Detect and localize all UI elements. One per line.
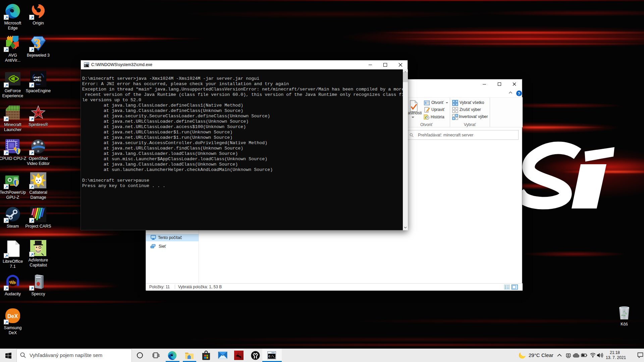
svg-text:C:\_: C:\_ [269,355,276,358]
svg-text:DeX: DeX [7,313,18,319]
svg-text:C:\_: C:\_ [85,64,89,67]
svg-text:3: 3 [34,36,41,51]
